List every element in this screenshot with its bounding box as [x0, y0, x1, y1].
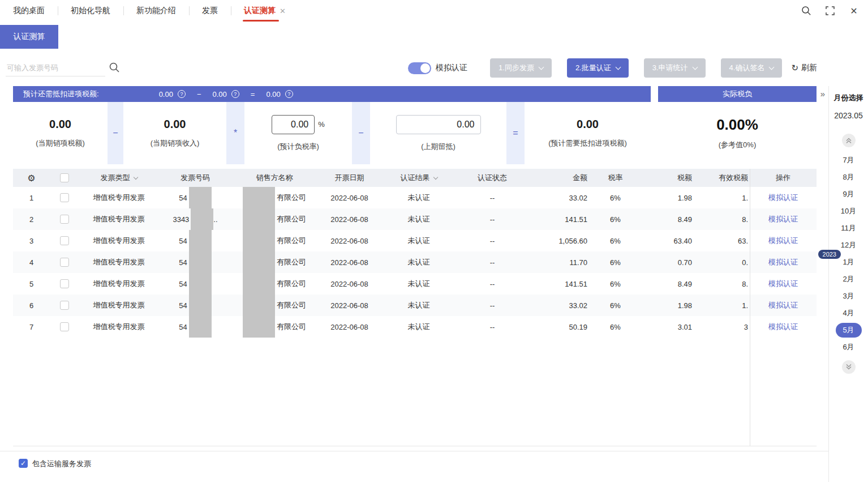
prev-period-credit-input[interactable] [396, 115, 481, 134]
action-cell: 模拟认证 [750, 295, 817, 316]
summary-section: 预计还需抵扣进项税额: 0.00 ? − 0.00 ? = 0.00 ? 0.0… [13, 86, 817, 164]
filter-caret-icon[interactable] [133, 174, 137, 179]
tab-item[interactable]: 发票 [189, 0, 231, 22]
seller-name-suffix: 有限公司 [277, 257, 306, 267]
month-item[interactable]: 7月 [829, 152, 868, 169]
main-tabs: 我的桌面初始化导航新功能介绍发票认证测算✕ [0, 0, 299, 22]
seller-name-suffix: 有限公司 [277, 193, 306, 203]
row-checkbox[interactable] [60, 279, 69, 288]
action-button[interactable]: 4.确认签名 [721, 58, 783, 78]
simulate-auth-link[interactable]: 模拟认证 [768, 300, 798, 310]
row-checkbox[interactable] [60, 322, 69, 331]
col-header-label: 税额 [677, 173, 692, 183]
gear-icon[interactable]: ⚙ [13, 169, 50, 187]
auth-result: 未认证 [382, 273, 456, 295]
close-icon[interactable]: ✕ [849, 6, 859, 16]
row-index: 5 [13, 273, 50, 295]
subtab-renzheng-cesuan[interactable]: 认证测算 [0, 25, 58, 49]
info-icon[interactable]: ? [178, 90, 186, 98]
estimated-tax-rate-input[interactable] [272, 115, 315, 134]
action-button[interactable]: 1.同步发票 [490, 58, 552, 78]
tab-close-icon[interactable]: ✕ [280, 7, 286, 15]
info-icon[interactable]: ? [285, 90, 293, 98]
banner-value-2: 0.00 [213, 90, 227, 99]
simulate-auth-link[interactable]: 模拟认证 [768, 322, 798, 332]
collapse-panel-icon[interactable]: » [820, 89, 825, 99]
redacted-block [243, 295, 275, 316]
simulate-auth-toggle[interactable] [408, 62, 431, 74]
info-icon[interactable]: ? [231, 90, 239, 98]
month-item[interactable]: 2月 [829, 271, 868, 288]
invoice-type: 增值税专用发票 [79, 251, 158, 273]
row-index: 3 [13, 230, 50, 251]
row-checkbox[interactable] [60, 258, 69, 267]
row-checkbox[interactable] [60, 236, 69, 245]
simulate-auth-link[interactable]: 模拟认证 [768, 257, 798, 267]
scroll-months-up-icon[interactable] [842, 134, 856, 147]
tab-label: 发票 [202, 6, 218, 16]
tab-item[interactable]: 我的桌面 [0, 0, 58, 22]
redacted-block [189, 230, 212, 251]
redacted-block [189, 273, 212, 295]
tab-item[interactable]: 新功能介绍 [123, 0, 189, 22]
row-checkbox[interactable] [60, 193, 69, 202]
banner-values: 0.00 ? − 0.00 ? = 0.00 ? [159, 90, 293, 99]
tab-item[interactable]: 认证测算✕ [231, 0, 299, 22]
tax-rate: 6% [594, 187, 637, 208]
invoice-number-prefix: 54 [179, 301, 187, 310]
col-header-rate: 税率 [594, 169, 637, 187]
invoice-number-prefix: 54 [179, 280, 187, 288]
filter-caret-icon[interactable] [433, 174, 437, 179]
col-header-label: 金额 [573, 173, 587, 183]
action-button[interactable]: 2.批量认证 [567, 58, 629, 78]
action-cell: 模拟认证 [750, 273, 817, 295]
check-icon: ✓ [20, 459, 26, 467]
simulate-auth-link[interactable]: 模拟认证 [768, 214, 798, 224]
action-button[interactable]: 3.申请统计 [644, 58, 706, 78]
row-checkbox[interactable] [60, 215, 69, 224]
refresh-button[interactable]: ↻ 刷新 [791, 63, 817, 73]
redacted-block [243, 230, 275, 251]
month-item[interactable]: 3月 [829, 288, 868, 305]
search-icon[interactable] [801, 6, 811, 16]
seller-name: 有限公司 [232, 316, 317, 338]
month-item[interactable]: 9月 [829, 186, 868, 203]
formula-block-prev-credit: (上期留抵) [370, 102, 506, 164]
include-transport-checkbox[interactable]: ✓ [19, 459, 28, 468]
fullscreen-icon[interactable] [825, 6, 835, 16]
action-cell: 模拟认证 [750, 187, 817, 208]
seller-name: 有限公司 [232, 208, 317, 230]
month-item[interactable]: 11月 [829, 220, 868, 237]
simulate-auth-link[interactable]: 模拟认证 [768, 236, 798, 246]
tax-amount: 1.98 [637, 295, 704, 316]
month-item[interactable]: 4月 [829, 305, 868, 322]
simulate-auth-link[interactable]: 模拟认证 [768, 279, 798, 289]
col-header-valid: 有效税额 [704, 169, 750, 187]
search-icon[interactable] [109, 62, 120, 75]
seller-name: 有限公司 [232, 187, 317, 208]
simulate-auth-link[interactable]: 模拟认证 [768, 193, 798, 203]
button-label: 4.确认签名 [729, 63, 765, 73]
seller-name-suffix: 有限公司 [277, 300, 306, 310]
invoice-number-prefix: 3343 [173, 215, 189, 224]
invoice-search-box [6, 59, 120, 76]
select-all-checkbox[interactable] [60, 173, 69, 182]
tax-rate: 6% [594, 273, 637, 295]
scroll-months-down-icon[interactable] [842, 360, 856, 374]
actual-tax-title: 实际税负 [723, 89, 752, 99]
row-checkbox-cell [50, 295, 79, 316]
tax-amount: 1.98 [637, 187, 704, 208]
month-item[interactable]: 5月 [836, 323, 862, 338]
month-item[interactable]: 8月 [829, 169, 868, 186]
button-label: 1.同步发票 [499, 63, 534, 73]
row-checkbox[interactable] [60, 301, 69, 310]
output-income-label: (当期销项收入) [151, 138, 200, 148]
invoice-number: 54 [158, 251, 232, 273]
invoice-search-input[interactable] [6, 59, 105, 76]
month-item[interactable]: 10月 [829, 203, 868, 220]
tab-item[interactable]: 初始化导航 [58, 0, 123, 22]
seller-name: 有限公司 [232, 273, 317, 295]
amount: 141.51 [529, 273, 594, 295]
month-item[interactable]: 6月 [829, 339, 868, 356]
auth-status: -- [456, 295, 529, 316]
